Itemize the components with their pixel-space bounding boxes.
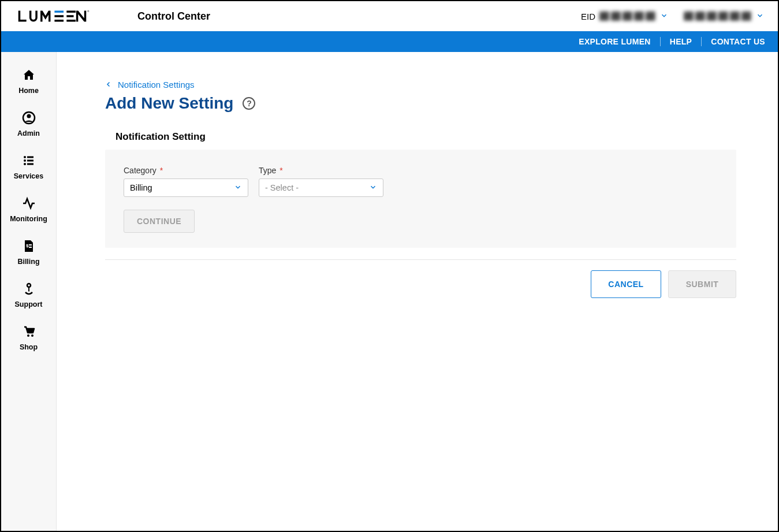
- top-right: EID ⬛⬛⬛⬛⬛ ⬛⬛⬛⬛⬛⬛: [581, 11, 764, 21]
- svg-rect-0: [54, 10, 64, 12]
- sidebar-item-shop[interactable]: Shop: [1, 317, 56, 359]
- svg-point-9: [24, 156, 26, 158]
- svg-text:$: $: [26, 243, 29, 248]
- page-title: Add New Setting: [105, 94, 233, 113]
- invoice-icon: $: [22, 239, 36, 255]
- chevron-down-icon: [756, 12, 764, 21]
- category-field: Category * Billing: [124, 166, 248, 197]
- activity-icon: [22, 196, 36, 212]
- eid-dropdown[interactable]: EID ⬛⬛⬛⬛⬛: [581, 11, 668, 21]
- select-value: Billing: [130, 183, 152, 192]
- section-title: Notification Setting: [115, 131, 736, 143]
- home-icon: [22, 68, 36, 84]
- sidebar-item-monitoring[interactable]: Monitoring: [1, 188, 56, 231]
- svg-rect-5: [66, 20, 76, 21]
- svg-rect-3: [66, 10, 76, 12]
- sidebar-item-label: Home: [18, 87, 39, 95]
- list-icon: [22, 154, 36, 169]
- sidebar-item-label: Admin: [17, 129, 40, 137]
- svg-point-11: [24, 159, 26, 162]
- page-title-row: Add New Setting ?: [105, 94, 736, 113]
- sidebar-item-billing[interactable]: $ Billing: [1, 231, 56, 274]
- cart-icon: [22, 325, 36, 340]
- svg-rect-14: [27, 163, 33, 165]
- category-select[interactable]: Billing: [124, 178, 248, 197]
- category-label: Category *: [124, 166, 248, 175]
- actions-row: CANCEL SUBMIT: [105, 270, 736, 298]
- svg-point-20: [31, 334, 33, 337]
- top-left: Control Center: [17, 9, 210, 23]
- svg-rect-4: [66, 15, 73, 17]
- sidebar-item-services[interactable]: Services: [1, 146, 56, 188]
- svg-rect-2: [54, 20, 64, 21]
- svg-rect-15: [29, 244, 32, 245]
- breadcrumb-back[interactable]: Notification Settings: [105, 80, 195, 90]
- eid-label: EID: [581, 12, 595, 21]
- chevron-down-icon: [369, 183, 377, 193]
- continue-button[interactable]: CONTINUE: [124, 210, 195, 233]
- svg-point-13: [24, 163, 26, 165]
- user-value: ⬛⬛⬛⬛⬛⬛: [683, 11, 752, 21]
- nav-contact-us[interactable]: CONTACT US: [702, 37, 765, 46]
- submit-button[interactable]: SUBMIT: [668, 270, 736, 298]
- label-text: Category: [124, 166, 156, 175]
- user-circle-icon: [22, 111, 36, 127]
- nav-explore-lumen[interactable]: EXPLORE LUMEN: [569, 37, 660, 46]
- user-dropdown[interactable]: ⬛⬛⬛⬛⬛⬛: [683, 11, 764, 21]
- chevron-down-icon: [234, 183, 242, 193]
- sidebar-item-support[interactable]: Support: [1, 274, 56, 317]
- type-label: Type *: [259, 166, 383, 175]
- select-placeholder: - Select -: [265, 183, 299, 192]
- sidebar-item-home[interactable]: Home: [1, 60, 56, 103]
- required-asterisk: *: [160, 166, 163, 175]
- svg-rect-10: [27, 157, 33, 158]
- cancel-button[interactable]: CANCEL: [591, 270, 661, 298]
- sidebar-item-admin[interactable]: Admin: [1, 103, 56, 146]
- breadcrumb-label: Notification Settings: [118, 80, 195, 90]
- svg-point-18: [27, 284, 31, 287]
- secondary-nav: EXPLORE LUMEN HELP CONTACT US: [1, 31, 778, 52]
- type-field: Type * - Select -: [259, 166, 383, 197]
- svg-point-6: [88, 10, 89, 12]
- sidebar: Home Admin Services Monitoring $ Billing: [1, 52, 57, 531]
- svg-rect-16: [29, 247, 32, 248]
- svg-rect-1: [54, 15, 64, 17]
- divider: [105, 259, 736, 260]
- top-header: Control Center EID ⬛⬛⬛⬛⬛ ⬛⬛⬛⬛⬛⬛: [1, 1, 778, 31]
- svg-rect-12: [27, 160, 33, 162]
- help-icon[interactable]: ?: [243, 97, 255, 110]
- nav-help[interactable]: HELP: [661, 37, 702, 46]
- svg-point-8: [27, 114, 31, 118]
- app-title: Control Center: [137, 10, 210, 23]
- support-icon: [22, 282, 36, 297]
- content: Notification Settings Add New Setting ? …: [57, 52, 778, 531]
- chevron-down-icon: [660, 12, 668, 21]
- sidebar-item-label: Support: [15, 300, 43, 308]
- lumen-logo[interactable]: [17, 9, 103, 23]
- required-asterisk: *: [279, 166, 282, 175]
- main-area: Home Admin Services Monitoring $ Billing: [1, 52, 778, 531]
- label-text: Type: [259, 166, 276, 175]
- eid-value: ⬛⬛⬛⬛⬛: [599, 11, 657, 21]
- notification-setting-panel: Category * Billing Type *: [105, 150, 736, 248]
- sidebar-item-label: Shop: [20, 343, 38, 351]
- type-select[interactable]: - Select -: [259, 178, 383, 197]
- sidebar-item-label: Services: [14, 172, 43, 180]
- chevron-left-icon: [105, 80, 112, 90]
- svg-point-19: [27, 334, 29, 337]
- sidebar-item-label: Monitoring: [10, 215, 47, 223]
- fields-row: Category * Billing Type *: [124, 166, 718, 197]
- sidebar-item-label: Billing: [17, 258, 39, 266]
